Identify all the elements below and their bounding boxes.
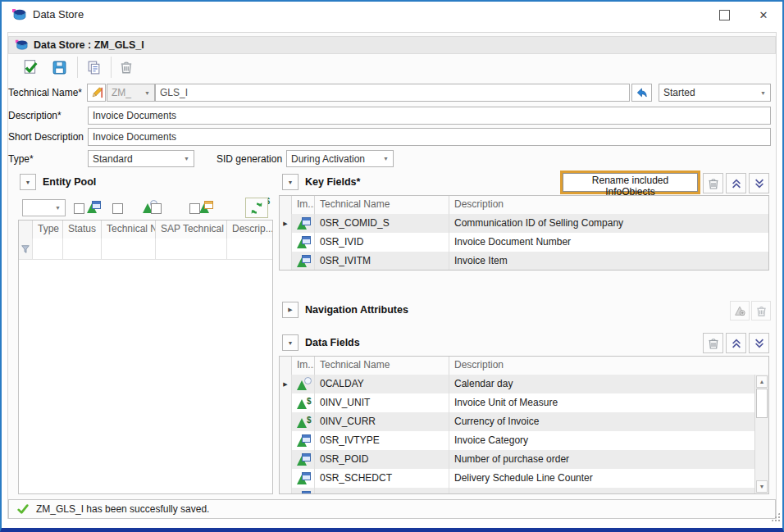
column-header-technical-name[interactable]: Technical Name [315, 196, 449, 214]
table-row[interactable]: 0INV_CURR Currency of Invoice [280, 412, 768, 432]
status-select[interactable]: Started ▼ [659, 84, 771, 102]
technical-name-cell[interactable]: 0INV_CURR [315, 412, 449, 431]
table-row[interactable]: 0SR_IVITM Invoice Item [280, 252, 768, 271]
prefix-select[interactable]: ZM_ ▼ [107, 84, 155, 102]
row-selector[interactable] [280, 252, 292, 271]
filter-cell[interactable] [63, 239, 102, 259]
table-row[interactable]: ▶ 0SR_COMID_S Communication ID of Sellin… [280, 214, 768, 234]
data-fields-move-up-button[interactable] [726, 333, 746, 353]
description-cell[interactable]: Delivery Schedule Line Counter [449, 469, 768, 488]
technical-name-cell[interactable]: 0SR_SCHEDCT [315, 469, 449, 488]
characteristic-icon [296, 255, 311, 267]
column-header-technical-name[interactable]: Technical N... [102, 221, 156, 239]
maximize-button[interactable] [705, 2, 743, 28]
column-header-description[interactable]: Description [449, 357, 768, 375]
description-cell[interactable]: Communication ID of Selling Company [449, 214, 768, 233]
column-header-type[interactable]: Type [33, 221, 63, 239]
technical-name-cell[interactable]: 0CALDAY [315, 375, 449, 393]
key-fields-collapse-button[interactable]: ▼ [282, 174, 299, 190]
technical-name-cell[interactable]: 0SR_IVTYPE [315, 431, 449, 450]
description-cell[interactable]: Calendar day [449, 375, 768, 393]
data-fields-delete-button[interactable] [703, 333, 723, 353]
technical-name-cell[interactable]: 0SR_IVID [315, 233, 449, 252]
entity-pool-filter-select[interactable]: ▼ [22, 199, 66, 216]
table-row[interactable]: 0INV_UNIT Invoice Unit of Measure [280, 393, 768, 413]
trash-icon [707, 177, 720, 190]
characteristic-filter-checkbox[interactable] [74, 203, 84, 214]
delete-button[interactable] [117, 58, 135, 76]
column-header-technical-name[interactable]: Technical Name [315, 357, 449, 375]
filter-cell[interactable] [102, 239, 156, 259]
description-cell[interactable]: Invoice Category [449, 431, 768, 450]
technical-name-cell[interactable]: 0SR_COMID_S [315, 214, 449, 233]
row-selector[interactable] [280, 488, 292, 494]
vertical-scrollbar[interactable]: ▲ ▼ [754, 375, 768, 493]
description-input[interactable] [88, 107, 771, 125]
table-row[interactable]: 0SR_IVTYPE Invoice Category [280, 431, 768, 451]
navigation-attributes-collapse-button[interactable]: ▶ [282, 302, 299, 318]
short-description-input[interactable] [88, 128, 771, 146]
rename-included-infoobjects-button[interactable]: Rename included InfoObjects [563, 173, 698, 192]
chevron-down-icon: ▼ [288, 180, 294, 185]
undo-button[interactable] [631, 84, 652, 102]
column-header-status[interactable]: Status [63, 221, 102, 239]
table-row-partial[interactable] [280, 488, 768, 494]
scrollbar-thumb[interactable] [756, 389, 768, 418]
refresh-button[interactable] [245, 198, 268, 218]
technical-name-cell[interactable]: 0INV_UNIT [315, 393, 449, 412]
row-selector[interactable] [280, 431, 292, 450]
activate-icon [22, 59, 39, 75]
time-characteristic-filter-checkbox[interactable] [112, 203, 123, 214]
table-row[interactable]: 0SR_POID Number of purchase order [280, 450, 768, 470]
row-selector[interactable]: ▶ [280, 375, 292, 393]
key-fields-header-row: Im... Technical Name Description [280, 196, 768, 215]
unit-filter-checkbox[interactable] [151, 203, 162, 214]
copy-button[interactable] [84, 58, 103, 76]
row-selector[interactable] [280, 450, 292, 469]
sid-generation-select[interactable]: During Activation ▼ [286, 150, 394, 167]
table-row[interactable]: ▶ 0CALDAY Calendar day [280, 375, 768, 394]
description-cell[interactable]: Invoice Item [449, 252, 768, 271]
row-selector[interactable]: ▶ [280, 214, 292, 233]
scroll-up-button[interactable]: ▲ [756, 375, 768, 388]
column-header-description[interactable]: Description [449, 196, 768, 214]
edit-name-button[interactable] [87, 84, 106, 102]
column-header-sap-technical-name[interactable]: SAP Technical ... [156, 221, 227, 239]
table-row[interactable]: 0SR_SCHEDCT Delivery Schedule Line Count… [280, 469, 768, 489]
key-figure-filter-checkbox[interactable] [189, 203, 200, 214]
technical-name-input[interactable] [155, 84, 630, 102]
row-selector[interactable] [280, 469, 292, 488]
description-cell[interactable]: Currency of Invoice [449, 412, 768, 431]
scroll-down-button[interactable]: ▼ [756, 480, 768, 493]
key-fields-delete-button[interactable] [703, 173, 723, 193]
key-fields-move-up-button[interactable] [726, 173, 746, 193]
row-selector[interactable] [280, 393, 292, 412]
description-cell[interactable]: Number of purchase order [449, 450, 768, 469]
filter-cell[interactable] [33, 239, 63, 259]
description-cell[interactable]: Invoice Unit of Measure [449, 393, 768, 412]
row-selector[interactable] [280, 233, 292, 252]
technical-name-cell[interactable]: 0SR_IVITM [315, 252, 449, 271]
add-navigation-attribute-button[interactable] [730, 301, 750, 321]
column-header-im[interactable]: Im... [292, 196, 315, 214]
data-fields-collapse-button[interactable]: ▼ [282, 334, 299, 351]
column-header-description[interactable]: Descrip... [227, 221, 272, 239]
close-button[interactable]: ✕ [745, 2, 782, 28]
entity-pool-collapse-button[interactable]: ▼ [20, 174, 36, 190]
filter-cell[interactable] [227, 239, 272, 259]
table-row[interactable]: 0SR_IVID Invoice Document Number [280, 233, 768, 252]
data-fields-move-down-button[interactable] [749, 333, 769, 353]
description-cell[interactable]: Invoice Document Number [449, 233, 768, 252]
key-fields-move-down-button[interactable] [749, 173, 769, 193]
title-bar[interactable]: Data Store ✕ [2, 2, 782, 28]
characteristic-icon [296, 453, 311, 466]
activate-button[interactable] [21, 58, 39, 76]
type-select[interactable]: Standard ▼ [88, 150, 194, 167]
column-header-im[interactable]: Im... [292, 357, 315, 375]
technical-name-cell[interactable]: 0SR_POID [315, 450, 449, 469]
navigation-attributes-delete-button[interactable] [751, 301, 771, 321]
row-selector[interactable] [280, 412, 292, 431]
save-button[interactable] [50, 58, 68, 76]
toolbar-separator [111, 57, 112, 78]
filter-cell[interactable] [156, 239, 227, 259]
